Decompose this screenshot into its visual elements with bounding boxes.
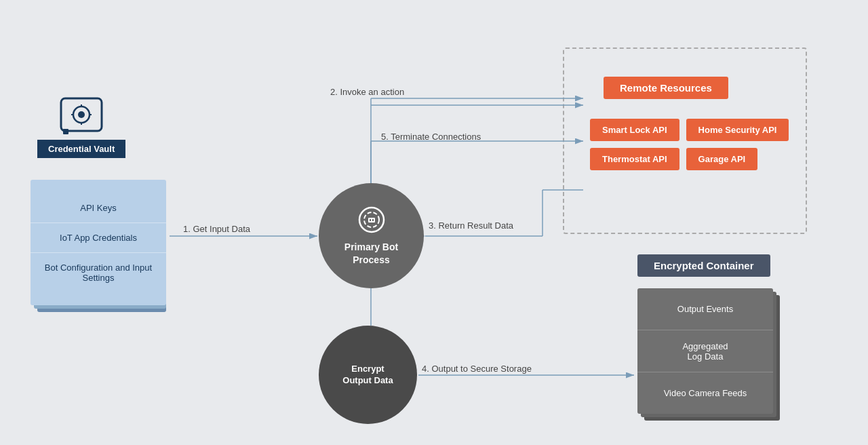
encrypt-output-data: EncryptOutput Data — [319, 326, 417, 424]
bot-process-icon — [357, 206, 386, 237]
storage-cards: Output Events AggregatedLog Data Video C… — [637, 288, 780, 421]
svg-rect-25 — [372, 219, 374, 221]
output-events-item: Output Events — [637, 288, 773, 330]
vault-icon — [58, 95, 105, 136]
vault-label: Credential Vault — [37, 140, 125, 158]
api-keys-item: API Keys — [31, 193, 166, 223]
credential-vault: Credential Vault — [37, 95, 125, 158]
aggregated-log-item: AggregatedLog Data — [637, 330, 773, 372]
svg-rect-24 — [370, 219, 371, 221]
garage-api-btn: Garage API — [686, 148, 758, 170]
step3-label: 3. Return Result Data — [429, 220, 513, 231]
home-security-api-btn: Home Security API — [686, 119, 789, 141]
bot-config-item: Bot Configuration and Input Settings — [31, 253, 166, 292]
encrypted-container-label: Encrypted Container — [637, 254, 770, 277]
remote-resources-label: Remote Resources — [604, 77, 728, 99]
step2-label: 2. Invoke an action — [330, 87, 404, 97]
smart-lock-api-btn: Smart Lock API — [590, 119, 679, 141]
storage-card-front: Output Events AggregatedLog Data Video C… — [637, 288, 773, 414]
step1-label: 1. Get Input Data — [183, 224, 250, 234]
iot-credentials-item: IoT App Credentials — [31, 223, 166, 253]
svg-point-15 — [78, 111, 85, 118]
video-camera-item: Video Camera Feeds — [637, 372, 773, 414]
thermostat-api-btn: Thermostat API — [590, 148, 679, 170]
primary-bot-process: Primary BotProcess — [319, 183, 424, 288]
encrypt-label: EncryptOutput Data — [342, 364, 393, 387]
step4-label: 4. Output to Secure Storage — [422, 364, 532, 374]
bot-process-label: Primary BotProcess — [344, 241, 398, 265]
svg-rect-20 — [63, 129, 68, 134]
step5-label: 5. Terminate Connections — [381, 132, 481, 142]
svg-rect-23 — [368, 218, 375, 222]
credential-cards: API Keys IoT App Credentials Bot Configu… — [31, 180, 166, 312]
card-front: API Keys IoT App Credentials Bot Configu… — [31, 180, 166, 305]
api-buttons-group: Smart Lock API Home Security API Thermos… — [590, 119, 807, 170]
